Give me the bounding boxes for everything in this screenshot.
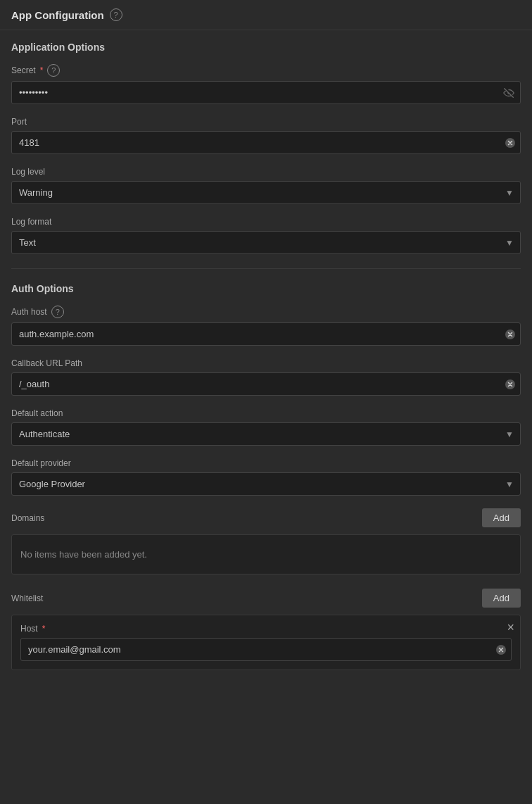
- callback-url-field-group: Callback URL Path: [11, 358, 521, 396]
- application-options-title: Application Options: [11, 42, 521, 53]
- auth-host-field-group: Auth host ?: [11, 306, 521, 346]
- auth-host-clear-btn[interactable]: [505, 329, 515, 339]
- secret-help-icon[interactable]: ?: [47, 64, 60, 77]
- whitelist-item-close-btn[interactable]: ×: [507, 621, 514, 634]
- log-level-field-group: Log level Warning Debug Info Error ▼: [11, 167, 521, 204]
- default-action-select[interactable]: Authenticate Soft Auth: [11, 422, 521, 446]
- log-format-label: Log format: [11, 217, 521, 227]
- whitelist-label: Whitelist: [11, 593, 43, 603]
- clear-icon: [496, 645, 506, 655]
- default-provider-select-wrapper: Google Provider OIDC Provider ▼: [11, 472, 521, 496]
- whitelist-header-row: Whitelist Add: [11, 589, 521, 608]
- log-level-label: Log level: [11, 167, 521, 177]
- clear-icon: [505, 379, 515, 389]
- auth-options-section: Auth Options Auth host ? Callback URL P: [11, 283, 521, 670]
- secret-field-group: Secret * ?: [11, 64, 521, 104]
- section-divider-1: [11, 268, 521, 269]
- auth-host-input[interactable]: [11, 322, 521, 346]
- whitelist-item: × Host *: [11, 615, 521, 670]
- domains-add-button[interactable]: Add: [482, 508, 521, 527]
- port-clear-btn[interactable]: [505, 138, 515, 148]
- whitelist-host-field-group: Host *: [20, 624, 512, 661]
- callback-url-clear-btn[interactable]: [505, 379, 515, 389]
- secret-input[interactable]: [11, 81, 521, 104]
- callback-url-input-wrapper: [11, 372, 521, 396]
- page-header: App Configuration ?: [0, 0, 532, 30]
- clear-icon: [505, 329, 515, 339]
- whitelist-host-label: Host *: [20, 624, 512, 634]
- clear-icon: [505, 138, 515, 148]
- log-level-select[interactable]: Warning Debug Info Error: [11, 181, 521, 204]
- port-input-wrapper: [11, 131, 521, 154]
- default-provider-select[interactable]: Google Provider OIDC Provider: [11, 472, 521, 496]
- auth-host-input-wrapper: [11, 322, 521, 346]
- log-format-field-group: Log format Text JSON ▼: [11, 217, 521, 254]
- log-format-select[interactable]: Text JSON: [11, 231, 521, 254]
- auth-host-help-icon[interactable]: ?: [51, 306, 64, 318]
- port-field-group: Port: [11, 117, 521, 154]
- default-action-label: Default action: [11, 408, 521, 418]
- default-action-field-group: Default action Authenticate Soft Auth ▼: [11, 408, 521, 446]
- auth-host-label: Auth host ?: [11, 306, 521, 318]
- default-action-select-wrapper: Authenticate Soft Auth ▼: [11, 422, 521, 446]
- log-level-select-wrapper: Warning Debug Info Error ▼: [11, 181, 521, 204]
- callback-url-input[interactable]: [11, 372, 521, 396]
- domains-section: Domains Add No items have been added yet…: [11, 508, 521, 574]
- secret-label: Secret * ?: [11, 64, 521, 77]
- secret-toggle-btn[interactable]: [502, 87, 515, 99]
- auth-options-title: Auth Options: [11, 283, 521, 294]
- whitelist-host-clear-btn[interactable]: [496, 645, 506, 655]
- default-provider-label: Default provider: [11, 458, 521, 468]
- whitelist-section: Whitelist Add × Host *: [11, 589, 521, 670]
- main-content: Application Options Secret * ? Port: [0, 30, 532, 694]
- header-help-icon[interactable]: ?: [110, 8, 122, 21]
- whitelist-host-input[interactable]: [20, 638, 512, 661]
- page-title: App Configuration: [11, 9, 104, 21]
- port-label: Port: [11, 117, 521, 127]
- log-format-select-wrapper: Text JSON ▼: [11, 231, 521, 254]
- default-provider-field-group: Default provider Google Provider OIDC Pr…: [11, 458, 521, 496]
- callback-url-label: Callback URL Path: [11, 358, 521, 368]
- domains-empty-message: No items have been added yet.: [11, 534, 521, 574]
- whitelist-host-input-wrapper: [20, 638, 512, 661]
- domains-label: Domains: [11, 513, 44, 523]
- eye-slash-icon: [502, 87, 515, 99]
- port-input[interactable]: [11, 131, 521, 154]
- domains-header-row: Domains Add: [11, 508, 521, 527]
- secret-input-wrapper: [11, 81, 521, 104]
- application-options-section: Application Options Secret * ? Port: [11, 42, 521, 254]
- whitelist-add-button[interactable]: Add: [482, 589, 521, 608]
